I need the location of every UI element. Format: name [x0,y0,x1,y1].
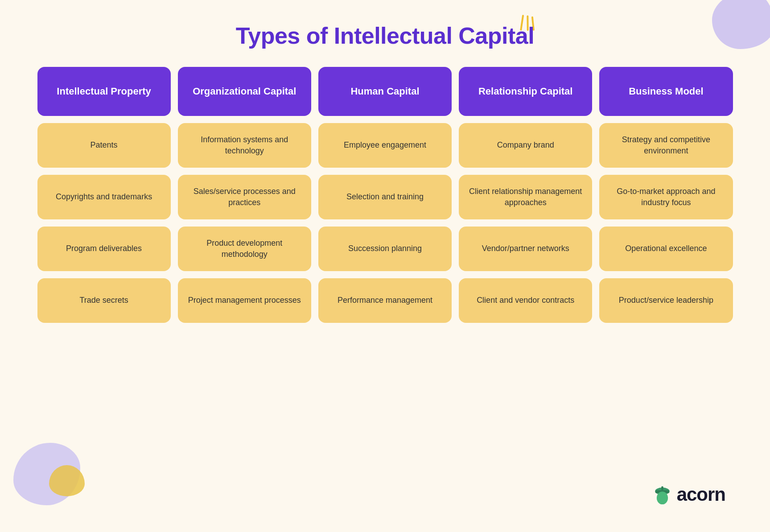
page-wrapper: Types of Intellectual Capital Intellectu… [0,0,770,532]
cell-r3c2: Product development methodology [178,227,311,271]
cell-r1c3: Employee engagement [318,123,452,168]
cell-r4c1: Trade secrets [37,278,171,323]
cell-r1c2: Information systems and technology [178,123,311,168]
col-header-3: Human Capital [318,67,452,116]
svg-point-5 [657,491,668,504]
svg-rect-6 [661,486,663,490]
cell-r4c5: Product/service leadership [599,278,733,323]
cell-r1c4: Company brand [459,123,592,168]
col-header-2: Organizational Capital [178,67,311,116]
cell-r3c1: Program deliverables [37,227,171,271]
cell-r4c4: Client and vendor contracts [459,278,592,323]
acorn-logo-text: acorn [677,484,725,505]
acorn-icon [652,485,672,505]
cell-r2c4: Client relationship management approache… [459,175,592,219]
blob-top-right [712,0,770,49]
cell-r3c4: Vendor/partner networks [459,227,592,271]
cell-r2c3: Selection and training [318,175,452,219]
cell-r4c2: Project management processes [178,278,311,323]
col-header-4: Relationship Capital [459,67,592,116]
cell-r1c1: Patents [37,123,171,168]
cell-r1c5: Strategy and competitive environment [599,123,733,168]
cell-r2c5: Go-to-market approach and industry focus [599,175,733,219]
main-grid: Intellectual Property Organizational Cap… [37,67,733,323]
page-title: Types of Intellectual Capital [236,22,534,49]
cell-r3c5: Operational excellence [599,227,733,271]
col-header-5: Business Model [599,67,733,116]
cell-r2c2: Sales/service processes and practices [178,175,311,219]
col-header-1: Intellectual Property [37,67,171,116]
cell-r2c1: Copyrights and trademarks [37,175,171,219]
cell-r4c3: Performance management [318,278,452,323]
cell-r3c3: Succession planning [318,227,452,271]
acorn-logo: acorn [652,484,725,505]
